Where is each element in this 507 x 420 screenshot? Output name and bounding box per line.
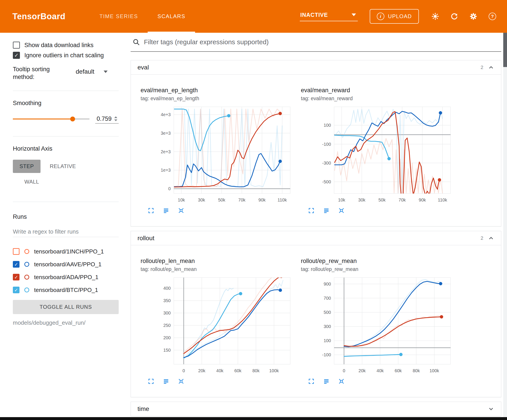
axis-buttons-row2: WALL [13, 175, 119, 188]
svg-text:80k: 80k [252, 368, 260, 373]
axis-wall-button[interactable]: WALL [18, 175, 46, 188]
run-row-ada[interactable]: ✓ tensorboard/ADA/PPO_1 [13, 272, 119, 283]
run-label: tensorboard/1INCH/PPO_1 [34, 248, 104, 255]
expand-chart-icon[interactable] [308, 207, 315, 214]
check-icon: ✓ [14, 288, 18, 292]
view-data-icon[interactable] [163, 207, 169, 214]
chevron-up-icon[interactable] [488, 235, 494, 241]
smoothing-controls: 0.759 [13, 114, 119, 124]
upload-button[interactable]: i UPLOAD [370, 9, 419, 24]
view-data-icon[interactable] [323, 207, 330, 214]
run-label: tensorboard/ADA/PPO_1 [34, 274, 99, 281]
run-checkbox[interactable]: ✓ [13, 287, 20, 293]
line-chart[interactable]: 020k40k60k80k100k150200250300350400 [141, 276, 293, 375]
chevron-down-icon [352, 14, 356, 16]
brightness-icon[interactable] [431, 12, 440, 21]
spinner-up-icon[interactable] [114, 116, 117, 118]
vertical-scrollbar[interactable] [503, 33, 507, 417]
expand-chart-icon[interactable] [148, 207, 154, 214]
svg-text:50k: 50k [218, 198, 225, 202]
section-time-header[interactable]: time [131, 402, 501, 416]
settings-sidebar: Show data download links ✓ Ignore outlie… [0, 33, 130, 417]
status-dropdown-value: INACTIVE [300, 12, 328, 18]
axis-relative-button[interactable]: RELATIVE [43, 160, 83, 173]
scrollbar-thumb[interactable] [503, 33, 507, 67]
svg-text:30k: 30k [358, 198, 366, 202]
run-checkbox[interactable]: ✓ [13, 248, 20, 255]
run-label: tensorboard/AAVE/PPO_1 [34, 261, 101, 268]
help-icon[interactable]: ? [488, 12, 497, 21]
axis-buttons-row: STEP RELATIVE [13, 160, 119, 173]
svg-text:200: 200 [163, 335, 171, 340]
spinner-down-icon[interactable] [114, 119, 117, 121]
svg-text:1e+3: 1e+3 [161, 168, 171, 172]
toggle-all-runs-button[interactable]: TOGGLE ALL RUNS [13, 300, 119, 314]
svg-text:2e+3: 2e+3 [161, 149, 171, 154]
smoothing-label: Smoothing [13, 100, 119, 107]
expand-chart-icon[interactable] [308, 378, 315, 385]
chevron-down-icon[interactable] [488, 406, 494, 412]
svg-text:70k: 70k [399, 198, 406, 202]
tooltip-sorting-row: Tooltip sorting method: default [13, 65, 119, 81]
section-rollout-header[interactable]: rollout 2 [131, 231, 501, 245]
slider-thumb[interactable] [70, 117, 75, 121]
tab-scalars[interactable]: SCALARS [148, 0, 195, 33]
tab-time-series[interactable]: TIME SERIES [90, 0, 148, 33]
show-download-links-row[interactable]: Show data download links [13, 41, 119, 49]
chart-eval-mean-ep-length: eval/mean_ep_length tag: eval/mean_ep_le… [141, 87, 293, 214]
svg-text:70k: 70k [238, 198, 246, 202]
svg-text:250: 250 [163, 323, 171, 328]
tooltip-sorting-dropdown[interactable]: default [76, 68, 108, 75]
ignore-outliers-checkbox[interactable]: ✓ [13, 52, 20, 59]
info-icon: i [377, 13, 384, 20]
slider-track[interactable] [13, 118, 89, 119]
expand-chart-icon[interactable] [148, 378, 154, 385]
section-card-eval: eval 2 eval/mean_ep_length tag: eval/mea… [131, 60, 501, 227]
line-chart[interactable]: 10k30k50k70k90k110k01e+32e+33e+34e+3 [141, 105, 293, 205]
ignore-outliers-row[interactable]: ✓ Ignore outliers in chart scaling [13, 52, 119, 59]
fit-domain-icon[interactable] [338, 207, 345, 214]
run-row-btc[interactable]: ✓ tensorboard/BTC/PPO_1 [13, 284, 119, 296]
main-content: eval 2 eval/mean_ep_length tag: eval/mea… [130, 33, 507, 417]
run-row-1inch[interactable]: ✓ tensorboard/1INCH/PPO_1 [13, 246, 119, 257]
svg-text:20k: 20k [198, 368, 205, 373]
fit-domain-icon[interactable] [178, 207, 184, 214]
check-icon: ✓ [14, 53, 18, 58]
svg-text:400: 400 [163, 286, 171, 291]
show-download-links-checkbox[interactable] [13, 41, 20, 49]
run-checkbox[interactable]: ✓ [13, 274, 20, 281]
svg-text:60k: 60k [234, 368, 241, 373]
status-dropdown[interactable]: INACTIVE [300, 12, 358, 21]
smoothing-value-input[interactable]: 0.759 [95, 115, 119, 124]
view-data-icon[interactable] [323, 378, 330, 385]
settings-gear-icon[interactable] [469, 12, 478, 21]
tag-filter-input[interactable] [144, 38, 500, 46]
value-spinner [114, 116, 117, 121]
fit-domain-icon[interactable] [338, 378, 345, 385]
run-checkbox[interactable]: ✓ [13, 261, 20, 268]
refresh-icon[interactable] [450, 12, 459, 21]
runs-filter-input[interactable] [13, 227, 119, 237]
svg-text:30k: 30k [198, 198, 205, 202]
svg-text:40k: 40k [216, 368, 224, 373]
svg-text:0: 0 [168, 186, 171, 191]
section-title: time [137, 405, 149, 413]
chart-rollout-ep-rew-mean: rollout/ep_rew_mean tag: rollout/ep_rew_… [301, 258, 454, 385]
axis-step-button[interactable]: STEP [13, 160, 41, 173]
chart-rollout-ep-len-mean: rollout/ep_len_mean tag: rollout/ep_len_… [141, 258, 293, 385]
view-data-icon[interactable] [163, 378, 169, 385]
smoothing-value: 0.759 [97, 116, 112, 122]
svg-text:3e+3: 3e+3 [161, 131, 171, 136]
fit-domain-icon[interactable] [178, 378, 184, 385]
svg-text:60k: 60k [394, 368, 402, 373]
run-color-ring [24, 275, 29, 280]
run-row-aave[interactable]: ✓ tensorboard/AAVE/PPO_1 [13, 259, 119, 270]
svg-text:100: 100 [324, 338, 331, 343]
run-color-ring [24, 249, 29, 254]
line-chart[interactable]: 020k40k60k80k100k-100100300500700900 [301, 276, 454, 375]
section-eval-header[interactable]: eval 2 [131, 60, 501, 75]
chevron-up-icon[interactable] [488, 64, 494, 71]
line-chart[interactable]: 10k30k50k70k90k110k100-100-300-500 [301, 105, 454, 205]
svg-text:0: 0 [183, 368, 185, 373]
smoothing-slider[interactable] [13, 116, 89, 123]
